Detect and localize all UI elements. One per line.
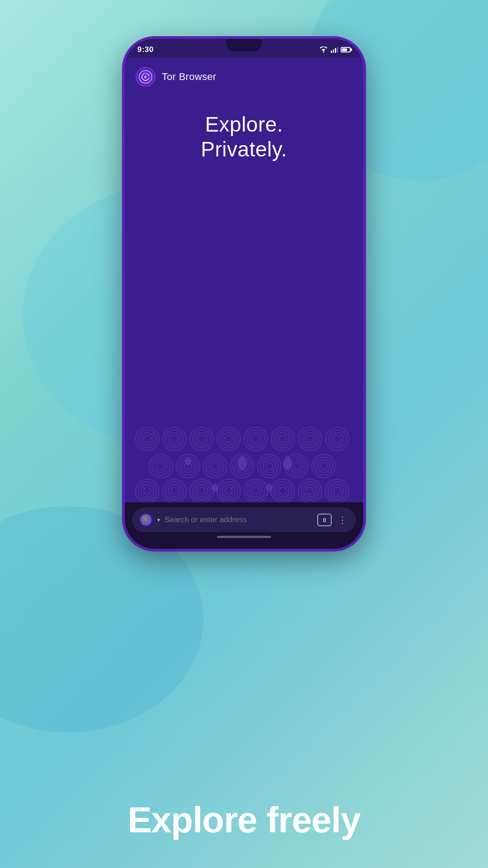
app-header: Tor Browser: [125, 58, 363, 94]
app-content: Tor Browser Explore. Privately.: [125, 58, 363, 549]
svg-point-46: [209, 460, 221, 472]
svg-point-18: [222, 433, 235, 445]
svg-point-24: [244, 427, 267, 451]
status-time: 9:30: [137, 45, 154, 54]
svg-point-96: [325, 479, 349, 502]
svg-point-29: [306, 435, 314, 443]
hero-section: Explore. Privately.: [125, 94, 363, 171]
svg-point-32: [298, 427, 322, 451]
svg-point-69: [171, 487, 178, 495]
svg-point-78: [222, 485, 235, 497]
svg-point-64: [312, 454, 335, 478]
status-icons: [319, 47, 351, 53]
svg-point-88: [271, 479, 295, 502]
svg-point-82: [249, 485, 262, 497]
more-menu-button[interactable]: ⋮: [336, 514, 349, 525]
svg-point-36: [325, 427, 349, 451]
svg-point-85: [279, 487, 286, 495]
phone-outer: 9:30: [122, 36, 366, 552]
svg-point-25: [279, 435, 286, 443]
svg-point-5: [144, 435, 151, 443]
svg-point-17: [225, 435, 232, 443]
main-area: [125, 171, 363, 502]
svg-point-53: [266, 462, 273, 470]
svg-point-62: [317, 460, 330, 472]
tor-icon-small: [139, 513, 153, 527]
hero-text: Explore. Privately.: [139, 112, 349, 162]
svg-point-94: [331, 485, 343, 497]
home-bar: [217, 536, 271, 538]
svg-point-28: [271, 427, 295, 451]
svg-point-22: [249, 433, 262, 445]
svg-point-68: [136, 479, 159, 502]
svg-point-48: [203, 454, 227, 478]
svg-point-56: [258, 454, 281, 478]
camera-notch: [226, 39, 262, 52]
svg-point-0: [323, 52, 324, 53]
svg-point-8: [136, 427, 159, 451]
svg-point-26: [277, 433, 289, 445]
svg-point-76: [190, 479, 213, 502]
svg-point-66: [141, 485, 154, 497]
svg-point-40: [149, 454, 173, 478]
svg-point-90: [304, 485, 316, 497]
svg-point-77: [225, 487, 232, 495]
wifi-icon: [319, 47, 328, 53]
explore-freely-text: Explore freely: [127, 800, 360, 840]
svg-point-33: [333, 435, 341, 443]
bottom-tagline-section: Explore freely: [0, 799, 488, 841]
svg-point-13: [198, 435, 205, 443]
battery-icon: [341, 47, 351, 52]
svg-point-6: [141, 433, 154, 445]
hero-line2: Privately.: [139, 137, 349, 162]
svg-point-72: [163, 479, 186, 502]
svg-point-80: [217, 479, 240, 502]
tabs-count-badge[interactable]: 0: [317, 514, 332, 526]
hero-line1: Explore.: [139, 112, 349, 137]
svg-point-92: [298, 479, 322, 502]
svg-point-10: [168, 433, 181, 445]
svg-point-70: [168, 485, 181, 497]
dropdown-arrow-icon[interactable]: ▾: [157, 517, 160, 523]
svg-point-81: [252, 487, 259, 495]
svg-point-61: [320, 462, 327, 470]
phone-mockup: 9:30: [122, 36, 366, 552]
circles-pattern: [125, 412, 363, 502]
svg-point-45: [211, 462, 219, 470]
address-input[interactable]: [164, 515, 313, 524]
svg-point-54: [263, 460, 276, 472]
app-title: Tor Browser: [162, 71, 216, 83]
svg-point-93: [333, 487, 341, 495]
svg-point-89: [306, 487, 314, 495]
svg-point-34: [331, 433, 343, 445]
home-indicator: [132, 532, 356, 540]
svg-point-86: [277, 485, 289, 497]
svg-point-65: [144, 487, 151, 495]
signal-icon: [331, 47, 338, 53]
tor-logo: [136, 67, 155, 87]
phone-inner: 9:30: [125, 39, 363, 549]
svg-point-21: [252, 435, 259, 443]
svg-point-12: [163, 427, 186, 451]
svg-point-57: [293, 462, 300, 470]
svg-point-74: [195, 485, 208, 497]
svg-point-58: [290, 460, 303, 472]
bottom-bar: ▾ 0 ⋮: [125, 502, 363, 549]
svg-point-37: [157, 462, 164, 470]
svg-point-20: [217, 427, 240, 451]
svg-point-16: [190, 427, 213, 451]
svg-point-30: [304, 433, 316, 445]
svg-point-38: [155, 460, 167, 472]
svg-point-9: [171, 435, 178, 443]
address-bar[interactable]: ▾ 0 ⋮: [132, 508, 356, 532]
svg-point-73: [198, 487, 205, 495]
svg-point-84: [244, 479, 267, 502]
svg-point-14: [195, 433, 208, 445]
svg-point-101: [140, 514, 152, 526]
